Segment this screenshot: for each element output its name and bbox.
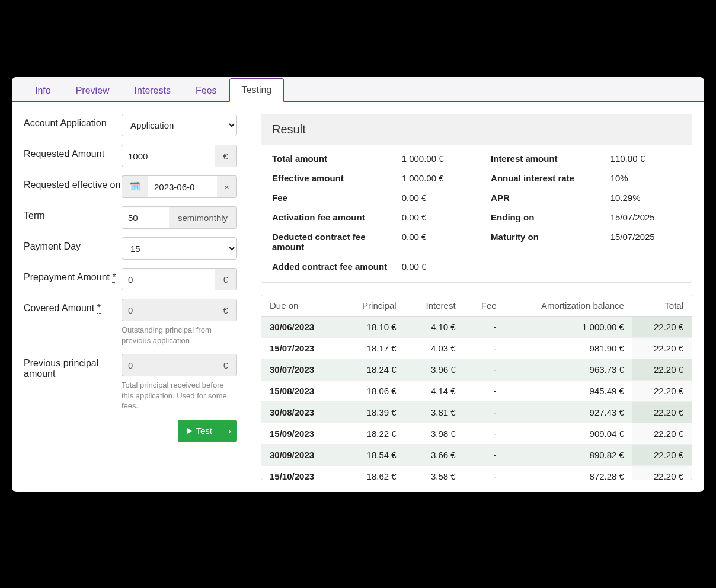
- test-button-caret[interactable]: ›: [222, 420, 237, 442]
- table-row: 30/07/202318.24 €3.96 €-963.73 €22.20 €: [261, 359, 692, 381]
- schedule-cell: 22.20 €: [632, 317, 692, 338]
- schedule-cell: -: [464, 423, 505, 445]
- currency-addon: €: [215, 354, 237, 376]
- app-window: Info Preview Interests Fees Testing Acco…: [12, 77, 704, 492]
- schedule-cell: 18.62 €: [340, 466, 405, 481]
- result-label: Maturity on: [491, 227, 602, 257]
- result-label: Total amount: [272, 149, 394, 168]
- schedule-cell: -: [464, 466, 505, 481]
- schedule-cell: 909.04 €: [505, 423, 632, 445]
- schedule-cell: 22.20 €: [632, 338, 692, 359]
- schedule-cell: 15/08/2023: [261, 381, 340, 402]
- term-unit-addon: semimonthly: [169, 206, 237, 229]
- calendar-icon[interactable]: 🗓️: [122, 175, 148, 198]
- tab-info[interactable]: Info: [23, 79, 63, 102]
- schedule-cell: 3.96 €: [405, 359, 464, 381]
- schedule-header: Interest: [405, 295, 464, 317]
- result-title: Result: [261, 114, 692, 145]
- schedule-cell: -: [464, 317, 505, 338]
- covered-asterisk: *: [97, 303, 101, 314]
- schedule-cell: 18.24 €: [340, 359, 405, 381]
- account-application-label: Account Application: [24, 114, 122, 129]
- schedule-cell: 1 000.00 €: [505, 317, 632, 338]
- schedule-cell: 22.20 €: [632, 359, 692, 381]
- result-label: Interest amount: [491, 149, 602, 168]
- play-icon: [187, 428, 192, 434]
- schedule-cell: 18.10 €: [340, 317, 405, 338]
- schedule-cell: 30/07/2023: [261, 359, 340, 381]
- schedule-cell: 981.90 €: [505, 338, 632, 359]
- table-row: 15/09/202318.22 €3.98 €-909.04 €22.20 €: [261, 423, 692, 445]
- schedule-table: Due onPrincipalInterestFeeAmortization b…: [261, 295, 692, 480]
- schedule-cell: 4.14 €: [405, 381, 464, 402]
- currency-addon: €: [215, 268, 237, 290]
- result-label: Activation fee amount: [272, 207, 394, 227]
- table-row: 15/08/202318.06 €4.14 €-945.49 €22.20 €: [261, 381, 692, 402]
- payment-day-label: Payment Day: [24, 237, 122, 252]
- schedule-cell: -: [464, 402, 505, 423]
- schedule-cell: 22.20 €: [632, 402, 692, 423]
- table-row: 30/06/202318.10 €4.10 €-1 000.00 €22.20 …: [261, 317, 692, 338]
- covered-amount-label: Covered Amount *: [24, 299, 122, 314]
- schedule-header: Principal: [340, 295, 405, 317]
- result-value: 10%: [610, 168, 681, 188]
- schedule-cell: 18.39 €: [340, 402, 405, 423]
- schedule-table-wrapper: Due onPrincipalInterestFeeAmortization b…: [261, 295, 692, 480]
- result-label: [491, 257, 602, 276]
- test-button[interactable]: Test ›: [178, 420, 237, 442]
- result-value: 15/07/2025: [610, 227, 681, 257]
- schedule-cell: 22.20 €: [632, 466, 692, 481]
- schedule-cell: 30/09/2023: [261, 445, 340, 466]
- clear-date-button[interactable]: ×: [217, 175, 237, 198]
- requested-effective-input[interactable]: [148, 175, 217, 198]
- schedule-cell: 30/06/2023: [261, 317, 340, 338]
- previous-principal-label: Previous principal amount: [24, 354, 122, 379]
- schedule-cell: 22.20 €: [632, 445, 692, 466]
- form-panel: Account Application Application Requeste…: [24, 114, 237, 480]
- schedule-cell: 4.10 €: [405, 317, 464, 338]
- prepayment-amount-input[interactable]: [122, 268, 215, 290]
- payment-day-select[interactable]: 15: [122, 237, 237, 260]
- schedule-cell: -: [464, 445, 505, 466]
- schedule-cell: 18.17 €: [340, 338, 405, 359]
- table-row: 15/10/202318.62 €3.58 €-872.28 €22.20 €: [261, 466, 692, 481]
- schedule-cell: 945.49 €: [505, 381, 632, 402]
- term-label: Term: [24, 206, 122, 221]
- schedule-cell: 30/08/2023: [261, 402, 340, 423]
- result-value: 0.00 €: [402, 227, 482, 257]
- requested-amount-input[interactable]: [122, 145, 215, 167]
- schedule-header: Due on: [261, 295, 340, 317]
- schedule-cell: -: [464, 338, 505, 359]
- schedule-cell: 15/10/2023: [261, 466, 340, 481]
- requested-effective-label: Requested effective on: [24, 175, 122, 190]
- schedule-header: Fee: [464, 295, 505, 317]
- result-value: 0.00 €: [402, 257, 482, 276]
- account-application-select[interactable]: Application: [122, 114, 237, 136]
- term-input[interactable]: [122, 206, 169, 229]
- schedule-cell: 872.28 €: [505, 466, 632, 481]
- schedule-cell: 15/09/2023: [261, 423, 340, 445]
- schedule-cell: 18.54 €: [340, 445, 405, 466]
- tab-interests[interactable]: Interests: [122, 79, 183, 102]
- result-label: Ending on: [491, 207, 602, 227]
- table-row: 30/08/202318.39 €3.81 €-927.43 €22.20 €: [261, 402, 692, 423]
- result-label: Added contract fee amount: [272, 257, 394, 276]
- prepayment-amount-label: Prepayment Amount *: [24, 268, 122, 283]
- tab-fees[interactable]: Fees: [183, 79, 229, 102]
- result-value: 1 000.00 €: [402, 168, 482, 188]
- schedule-cell: 3.81 €: [405, 402, 464, 423]
- covered-amount-help: Outstanding principal from previous appl…: [122, 325, 237, 346]
- tab-testing[interactable]: Testing: [229, 78, 285, 102]
- covered-amount-input: [122, 299, 215, 321]
- tab-bar: Info Preview Interests Fees Testing: [12, 77, 704, 102]
- tab-preview[interactable]: Preview: [63, 79, 122, 102]
- schedule-cell: 22.20 €: [632, 381, 692, 402]
- requested-amount-label: Requested Amount: [24, 145, 122, 159]
- result-value: 0.00 €: [402, 207, 482, 227]
- schedule-cell: 15/07/2023: [261, 338, 340, 359]
- currency-addon: €: [215, 145, 237, 167]
- result-label: Effective amount: [272, 168, 394, 188]
- schedule-cell: -: [464, 359, 505, 381]
- result-value: 0.00 €: [402, 188, 482, 207]
- schedule-cell: 3.66 €: [405, 445, 464, 466]
